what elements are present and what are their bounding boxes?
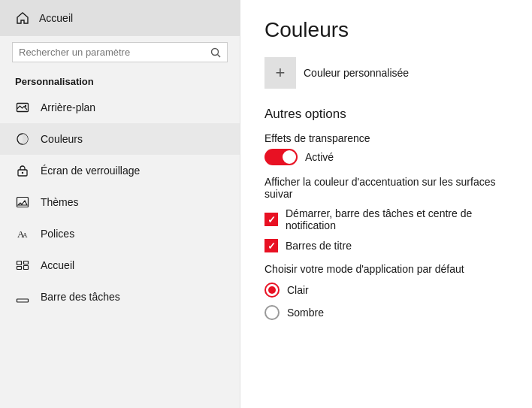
sidebar-item-taskbar[interactable]: Barre des tâches [0,281,240,313]
sidebar-home-label: Accueil [39,12,73,24]
checkbox-taskbar[interactable]: ✓ [264,213,278,226]
svg-point-0 [212,48,219,55]
check-icon-2: ✓ [268,240,276,252]
sidebar-search-container[interactable] [12,42,228,62]
color-swatch-plus[interactable]: + [264,57,296,89]
radio-sombre-label: Sombre [287,307,324,319]
transparency-option: Effets de transparence Activé [264,132,508,165]
fonts-icon: A A [15,226,30,241]
lockscreen-icon [15,163,30,178]
colors-icon [15,131,30,147]
sidebar-lockscreen-label: Écran de verrouillage [41,165,140,177]
sidebar-themes-label: Thèmes [41,196,79,208]
search-input[interactable] [19,47,206,58]
plus-icon: + [276,63,286,83]
search-icon [210,47,221,58]
svg-rect-11 [17,267,22,270]
background-icon [15,100,30,115]
transparency-label: Effets de transparence [264,132,508,144]
autres-options-title: Autres options [264,107,508,122]
checkbox2-label: Barres de titre [286,240,352,252]
check-icon-1: ✓ [268,214,276,225]
color-row: + Couleur personnalisée [264,57,508,89]
sidebar-item-background[interactable]: Arrière-plan [0,92,240,123]
sidebar-colors-label: Couleurs [41,133,83,145]
sidebar: Accueil Personnalisation Arrière-plan [0,0,240,408]
transparency-toggle[interactable] [264,149,298,165]
themes-icon [15,195,30,210]
sidebar-taskbar-label: Barre des tâches [41,291,120,303]
svg-line-1 [218,54,221,57]
toggle-row: Activé [264,149,508,165]
svg-text:A: A [23,231,28,239]
svg-rect-14 [17,299,29,302]
taskbar-icon [15,289,30,304]
accueil-icon [15,258,30,273]
page-title: Couleurs [264,18,508,42]
checkbox1-label: Démarrer, barre des tâches et centre de … [286,207,508,231]
home-icon [15,11,30,26]
toggle-knob [283,150,296,164]
checkbox-row-1: ✓ Démarrer, barre des tâches et centre d… [264,207,508,231]
svg-point-3 [25,105,26,107]
sidebar-background-label: Arrière-plan [41,101,95,113]
sidebar-section-title: Personnalisation [0,70,240,92]
radio-clair[interactable] [264,283,280,298]
sidebar-item-fonts[interactable]: A A Polices [0,218,240,249]
accentuation-label: Afficher la couleur d'accentuation sur l… [264,176,508,200]
sidebar-item-colors[interactable]: Couleurs [0,123,240,155]
radio-row-clair: Clair [264,283,508,298]
checkbox-row-2: ✓ Barres de titre [264,239,508,252]
svg-rect-13 [24,266,29,270]
svg-rect-10 [17,261,22,265]
sidebar-item-accueil[interactable]: Accueil [0,249,240,281]
svg-point-6 [22,172,23,174]
sidebar-accueil-label: Accueil [41,259,74,271]
sidebar-item-themes[interactable]: Thèmes [0,186,240,218]
main-content: Couleurs + Couleur personnalisée Autres … [240,0,532,408]
radio-row-sombre: Sombre [264,305,508,320]
radio-dot-clair [268,286,276,294]
mode-title: Choisir votre mode d'application par déf… [264,263,508,275]
checkbox-titlebar[interactable]: ✓ [264,239,278,252]
radio-clair-label: Clair [287,284,309,296]
sidebar-item-home[interactable]: Accueil [0,0,240,36]
sidebar-item-lockscreen[interactable]: Écran de verrouillage [0,155,240,186]
radio-sombre[interactable] [264,305,280,320]
color-option-label: Couleur personnalisée [304,67,409,79]
toggle-text: Activé [305,151,334,163]
sidebar-fonts-label: Polices [41,228,74,240]
svg-rect-12 [24,261,29,264]
